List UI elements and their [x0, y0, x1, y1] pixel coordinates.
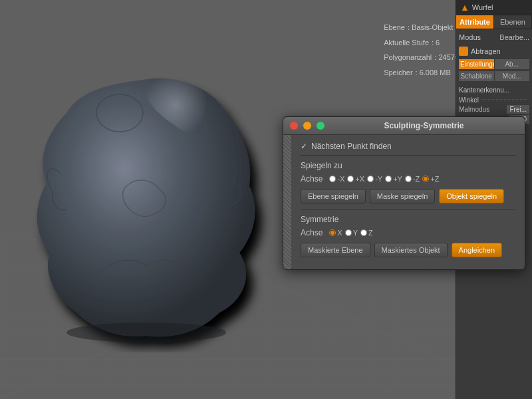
dialog-body: ✓ Nächsten Punkt finden Spiegeln zu Achs… — [291, 135, 525, 269]
sym-axis-z[interactable]: Z — [360, 229, 373, 237]
sculpted-mesh — [13, 53, 273, 352]
achse-label-1: Achse — [301, 174, 323, 184]
bearbeiten-label: Bearbe... — [499, 33, 529, 41]
axis-neg-x-radio[interactable] — [329, 176, 336, 182]
sub-tab-ab[interactable]: Ab... — [495, 59, 530, 69]
axis-pos-y-radio[interactable] — [385, 176, 392, 182]
speicher-value: : 6.008 MB — [416, 66, 451, 79]
sub-tab-einstellungen[interactable]: Einstellungen — [459, 59, 494, 69]
stufe-label: Aktuelle Stufe — [384, 37, 429, 49]
sym-axis-y-radio[interactable] — [345, 229, 352, 236]
sym-axis-z-radio[interactable] — [360, 229, 367, 236]
sub-tab-schablone[interactable]: Schablone — [459, 71, 494, 81]
sym-buttons: Maskierte Ebene Maskiertes Objekt Anglei… — [301, 243, 515, 257]
winkel-label: Winkel — [459, 96, 479, 104]
sidebar-sub-tabs-2: Schablone Mod... — [459, 71, 529, 81]
divider-2 — [301, 209, 515, 209]
sidebar-sub-tabs: Einstellungen Ab... — [459, 59, 529, 69]
maskierte-ebene-button[interactable]: Maskierte Ebene — [301, 243, 370, 257]
axis-pos-z-radio[interactable] — [422, 176, 429, 182]
poly-label: Polygonanzahl — [384, 51, 432, 64]
ebene-label: Ebene — [384, 21, 405, 34]
abtragen-label: Abtragen — [471, 47, 501, 55]
sym-axis-x[interactable]: X — [329, 229, 342, 237]
sidebar-title: ▲ Wurfel — [456, 0, 532, 15]
find-next-label: Nächsten Punkt finden — [311, 142, 392, 151]
stufe-value: : 6 — [432, 37, 440, 49]
mirror-axes-group: -X +X -Y +Y -Z — [329, 175, 439, 183]
sidebar-content: Modus Bearbe... Abtragen Einstellungen A… — [456, 29, 532, 128]
sub-tab-mod[interactable]: Mod... — [495, 71, 530, 81]
sym-axes-group: X Y Z — [329, 229, 372, 237]
mirror-achse-row: Achse -X +X -Y +Y — [301, 174, 515, 184]
viewport: Ebene : Basis-Objekt Aktuelle Stufe : 6 … — [0, 0, 532, 399]
axis-neg-z-label: -Z — [413, 175, 420, 183]
axis-pos-z-label: +Z — [430, 175, 439, 183]
axis-pos-x[interactable]: +X — [347, 175, 364, 183]
sym-axis-y-label: Y — [353, 229, 358, 237]
malmodus-value: Frei... — [507, 105, 529, 114]
objekt-spiegeln-button[interactable]: Objekt spiegeln — [439, 189, 504, 203]
axis-neg-y[interactable]: -Y — [367, 175, 382, 183]
malmodus-row: Malmodus Frei... — [459, 105, 529, 114]
axis-pos-y[interactable]: +Y — [385, 175, 402, 183]
tab-attribute[interactable]: Attribute — [456, 15, 494, 29]
achse-label-2: Achse — [301, 228, 323, 237]
sym-axis-z-label: Z — [368, 229, 373, 237]
angleichen-button[interactable]: Angleichen — [452, 243, 502, 257]
axis-neg-z-radio[interactable] — [405, 176, 412, 182]
maskiertes-objekt-button[interactable]: Maskiertes Objekt — [374, 243, 448, 257]
axis-pos-x-radio[interactable] — [347, 176, 354, 182]
sym-axis-x-radio[interactable] — [329, 229, 336, 236]
sidebar-title-label: Wurfel — [472, 3, 493, 11]
ebene-spiegeln-button[interactable]: Ebene spiegeln — [301, 189, 366, 203]
symmetry-dialog: Sculpting-Symmetrie ✓ Nächsten Punkt fin… — [283, 116, 525, 270]
maske-spiegeln-button[interactable]: Maske spiegeln — [370, 189, 435, 203]
axis-neg-x[interactable]: -X — [329, 175, 344, 183]
sym-achse-row: Achse X Y Z — [301, 228, 515, 237]
axis-pos-y-label: +Y — [393, 175, 402, 183]
tab-ebenen[interactable]: Ebenen — [494, 15, 532, 29]
dialog-titlebar: Sculpting-Symmetrie — [283, 117, 525, 135]
axis-pos-x-label: +X — [355, 175, 364, 183]
symmetrie-section-label: Symmetrie — [301, 215, 515, 224]
mirror-buttons: Ebene spiegeln Maske spiegeln Objekt spi… — [301, 189, 515, 203]
sym-axis-x-label: X — [337, 229, 342, 237]
dialog-inner: ✓ Nächsten Punkt finden Spiegeln zu Achs… — [283, 135, 525, 269]
sidebar-tabs: Attribute Ebenen — [456, 15, 532, 29]
speicher-label: Speicher — [384, 66, 412, 79]
axis-neg-x-label: -X — [337, 175, 344, 183]
axis-neg-y-radio[interactable] — [367, 176, 374, 182]
modus-label: Modus — [459, 33, 481, 41]
axis-neg-y-label: -Y — [375, 175, 382, 183]
sym-axis-y[interactable]: Y — [345, 229, 358, 237]
dialog-title: Sculpting-Symmetrie — [330, 121, 518, 130]
mirror-section-label: Spiegeln zu — [301, 161, 515, 170]
dialog-maximize-button[interactable] — [317, 122, 325, 130]
ebene-value: : Basis-Objekt — [408, 21, 453, 34]
axis-neg-z[interactable]: -Z — [405, 175, 420, 183]
dialog-minimize-button[interactable] — [303, 122, 311, 130]
divider-1 — [301, 155, 515, 156]
check-mark: ✓ — [301, 142, 307, 151]
dialog-close-button[interactable] — [290, 122, 298, 130]
malmodus-label: Malmodus — [459, 106, 489, 113]
winkel-row: Winkel — [459, 96, 529, 104]
dots — [481, 99, 527, 100]
svg-point-9 — [66, 323, 226, 342]
abtragen-icon — [459, 47, 468, 56]
dialog-stripe — [283, 135, 291, 269]
axis-pos-z[interactable]: +Z — [422, 175, 439, 183]
info-panel: Ebene : Basis-Objekt Aktuelle Stufe : 6 … — [384, 20, 459, 80]
find-next-row: ✓ Nächsten Punkt finden — [301, 142, 515, 151]
kanten-label: Kantenerkennu... — [459, 86, 529, 94]
